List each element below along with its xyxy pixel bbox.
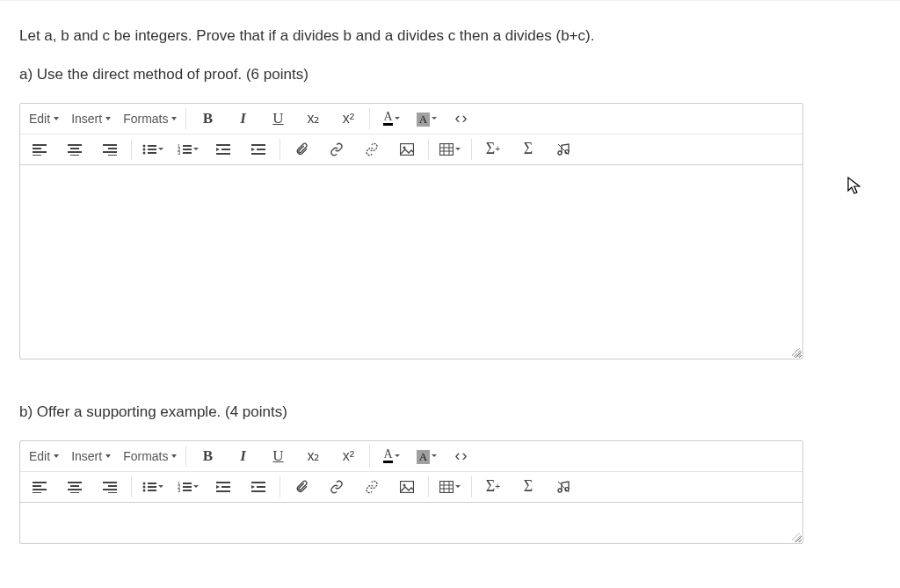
svg-rect-32 — [401, 143, 414, 155]
subscript-button[interactable]: x₂ — [295, 444, 330, 468]
bullet-list-button[interactable] — [135, 137, 171, 162]
caret-down-icon — [395, 117, 400, 120]
equation-button[interactable]: Σ — [511, 137, 546, 162]
svg-point-12 — [143, 144, 146, 147]
indent-button[interactable] — [241, 137, 276, 162]
code-button[interactable]: ‹› — [444, 106, 479, 131]
table-button[interactable] — [432, 137, 468, 162]
menu-insert-label: Insert — [71, 449, 102, 463]
menu-formats[interactable]: Formats — [116, 441, 182, 471]
table-icon — [439, 481, 454, 493]
media-button[interactable] — [546, 137, 581, 162]
indent-button[interactable] — [241, 475, 276, 499]
align-center-button[interactable] — [57, 475, 92, 499]
svg-rect-74 — [401, 481, 414, 492]
superscript-button[interactable]: x² — [330, 444, 366, 468]
toolbar-separator — [131, 139, 132, 160]
outdent-button[interactable] — [206, 475, 241, 499]
image-button[interactable] — [389, 137, 425, 162]
align-left-button[interactable] — [22, 475, 57, 499]
superscript-button[interactable]: x² — [330, 106, 366, 131]
svg-point-14 — [143, 148, 146, 150]
italic-icon: I — [240, 447, 246, 465]
image-button[interactable] — [389, 475, 425, 499]
toolbar-separator — [131, 476, 132, 497]
equation-button[interactable]: Σ — [511, 475, 546, 499]
svg-marker-67 — [216, 485, 220, 489]
table-button[interactable] — [432, 475, 468, 499]
menu-formats[interactable]: Formats — [116, 104, 182, 134]
align-center-button[interactable] — [57, 137, 92, 162]
svg-line-41 — [558, 144, 569, 155]
subscript-icon: x₂ — [307, 110, 319, 127]
align-center-icon — [68, 481, 82, 493]
menu-edit[interactable]: Edit — [22, 441, 64, 471]
menu-edit[interactable]: Edit — [22, 104, 64, 134]
menu-formats-label: Formats — [123, 449, 168, 463]
text-color-button[interactable]: A — [374, 106, 409, 131]
editor-content-area[interactable] — [20, 165, 802, 359]
bold-button[interactable]: B — [190, 444, 225, 468]
toolbar-separator — [185, 108, 186, 129]
menu-formats-label: Formats — [123, 112, 168, 126]
code-button[interactable]: ‹› — [444, 444, 479, 468]
svg-marker-71 — [251, 485, 255, 489]
italic-button[interactable]: I — [225, 106, 260, 131]
background-color-icon: A — [417, 448, 430, 464]
svg-marker-29 — [251, 148, 255, 151]
text-color-button[interactable]: A — [374, 444, 409, 468]
underline-button[interactable]: U — [260, 444, 295, 468]
underline-button[interactable]: U — [260, 106, 295, 131]
menu-edit-label: Edit — [29, 449, 50, 463]
background-color-button[interactable]: A — [409, 444, 444, 468]
toolbar-separator — [279, 476, 280, 497]
subscript-button[interactable]: x₂ — [295, 106, 330, 131]
caret-down-icon — [171, 454, 177, 458]
svg-point-54 — [143, 482, 146, 484]
numbered-list-button[interactable]: 1 2 3 — [171, 475, 206, 499]
question-prompt: Let a, b and c be integers. Prove that i… — [19, 25, 881, 47]
equation-insert-button[interactable]: Σ+ — [475, 137, 511, 162]
editor-content-area[interactable] — [20, 503, 802, 543]
numbered-list-button[interactable]: 1 2 3 — [171, 137, 206, 162]
italic-icon: I — [240, 110, 246, 127]
svg-point-81 — [558, 489, 562, 492]
bullet-list-button[interactable] — [135, 475, 171, 499]
svg-line-83 — [558, 482, 569, 492]
align-left-button[interactable] — [22, 137, 57, 162]
caret-down-icon — [455, 148, 461, 150]
svg-point-75 — [403, 483, 406, 486]
svg-point-58 — [143, 489, 146, 491]
unlink-button[interactable] — [354, 137, 389, 162]
menu-insert[interactable]: Insert — [64, 104, 116, 134]
unlink-button[interactable] — [354, 475, 389, 499]
menu-insert-label: Insert — [71, 112, 102, 126]
bullet-list-icon — [142, 143, 156, 156]
superscript-icon: x² — [343, 111, 354, 127]
bold-button[interactable]: B — [190, 106, 225, 131]
link-button[interactable] — [319, 475, 354, 499]
mouse-cursor-icon — [847, 177, 861, 196]
align-right-button[interactable] — [92, 475, 127, 499]
align-right-icon — [103, 143, 117, 156]
bullet-list-icon — [142, 481, 156, 493]
svg-rect-34 — [440, 143, 454, 155]
background-color-button[interactable]: A — [409, 106, 444, 131]
table-icon — [439, 143, 454, 156]
align-right-button[interactable] — [92, 137, 127, 162]
media-button[interactable] — [546, 475, 581, 499]
attachment-button[interactable] — [284, 137, 319, 162]
align-right-icon — [103, 481, 117, 493]
equation-insert-button[interactable]: Σ+ — [475, 475, 511, 499]
menu-insert[interactable]: Insert — [64, 441, 116, 471]
italic-button[interactable]: I — [225, 444, 260, 468]
attachment-button[interactable] — [284, 475, 319, 499]
background-color-icon: A — [417, 111, 430, 127]
svg-text:3: 3 — [178, 150, 181, 156]
outdent-button[interactable] — [206, 137, 241, 162]
caret-down-icon — [158, 485, 163, 488]
svg-text:3: 3 — [178, 488, 181, 493]
link-button[interactable] — [319, 137, 354, 162]
bold-icon: B — [203, 110, 213, 127]
image-icon — [400, 143, 414, 156]
